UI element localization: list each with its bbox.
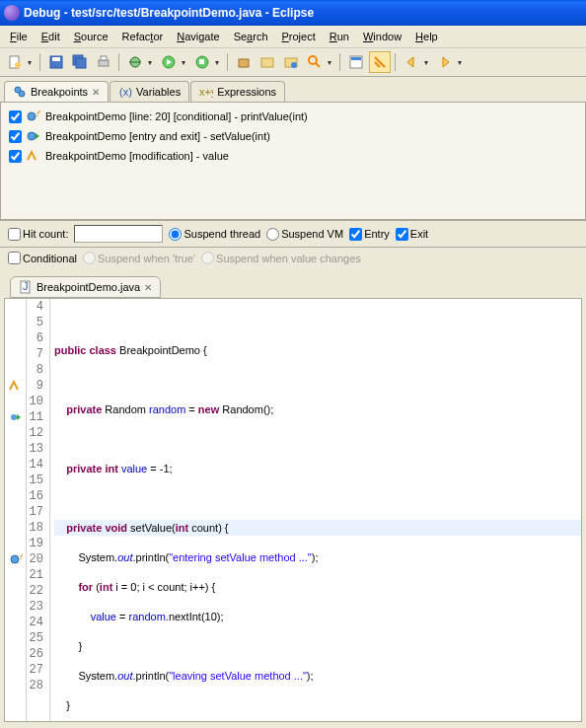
editor-tab-label: BreakpointDemo.java bbox=[37, 281, 140, 293]
method-breakpoint-icon bbox=[26, 128, 41, 144]
dropdown-icon[interactable]: ▾ bbox=[424, 58, 432, 67]
breakpoints-panel: ? BreakpointDemo [line: 20] [conditional… bbox=[0, 102, 586, 220]
editor[interactable]: ? 45678910111213141516171819202122232425… bbox=[4, 298, 582, 722]
suspend-vm-radio[interactable]: Suspend VM bbox=[266, 228, 343, 241]
menu-source[interactable]: Source bbox=[68, 29, 114, 44]
back-button[interactable] bbox=[401, 51, 422, 73]
menu-project[interactable]: Project bbox=[276, 29, 322, 44]
suspend-thread-radio[interactable]: Suspend thread bbox=[169, 228, 260, 241]
run-last-button[interactable] bbox=[191, 51, 213, 73]
dropdown-icon[interactable]: ▾ bbox=[328, 58, 335, 67]
menu-help[interactable]: Help bbox=[409, 29, 444, 44]
menu-run[interactable]: Run bbox=[324, 29, 355, 44]
menu-file[interactable]: File bbox=[4, 29, 34, 44]
svg-marker-31 bbox=[36, 133, 39, 139]
breakpoint-label: BreakpointDemo [entry and exit] - setVal… bbox=[45, 130, 270, 142]
editor-tab[interactable]: J BreakpointDemo.java ✕ bbox=[10, 276, 161, 298]
svg-rect-3 bbox=[52, 57, 60, 61]
exit-checkbox[interactable] bbox=[396, 228, 408, 241]
svg-rect-7 bbox=[101, 56, 107, 60]
menu-navigate[interactable]: Navigate bbox=[171, 29, 225, 44]
svg-rect-14 bbox=[239, 59, 249, 67]
dropdown-icon[interactable]: ▾ bbox=[182, 58, 189, 67]
tab-variables[interactable]: (x)= Variables bbox=[110, 81, 189, 102]
java-file-icon: J bbox=[19, 280, 33, 294]
breakpoint-row[interactable]: ? BreakpointDemo [line: 20] [conditional… bbox=[1, 107, 585, 126]
menubar: File Edit Source Refactor Navigate Searc… bbox=[0, 26, 586, 48]
hitcount-label[interactable]: Hit count: bbox=[8, 228, 68, 241]
open-task-button[interactable] bbox=[280, 51, 302, 73]
svg-text:?: ? bbox=[18, 553, 23, 561]
tab-label: Variables bbox=[136, 86, 181, 98]
open-type-button[interactable] bbox=[256, 51, 278, 73]
hitcount-input[interactable] bbox=[74, 225, 163, 243]
exit-checkbox-label[interactable]: Exit bbox=[396, 228, 428, 241]
line-breakpoint-marker[interactable]: ? bbox=[5, 551, 26, 567]
save-button[interactable] bbox=[45, 51, 67, 73]
tab-breakpoints[interactable]: Breakpoints ✕ bbox=[4, 81, 109, 102]
breakpoint-checkbox[interactable] bbox=[9, 150, 22, 163]
variables-icon: (x)= bbox=[118, 85, 132, 99]
dropdown-icon[interactable]: ▾ bbox=[148, 58, 156, 67]
svg-rect-13 bbox=[199, 59, 204, 64]
titlebar[interactable]: Debug - test/src/test/BreakpointDemo.jav… bbox=[0, 0, 586, 26]
svg-rect-5 bbox=[76, 58, 86, 68]
svg-point-1 bbox=[15, 62, 21, 68]
breakpoint-checkbox[interactable] bbox=[9, 110, 22, 123]
new-package-button[interactable] bbox=[233, 51, 255, 73]
tab-expressions[interactable]: x+y Expressions bbox=[190, 81, 285, 102]
svg-point-18 bbox=[309, 56, 317, 64]
gutter[interactable]: ? bbox=[5, 299, 27, 721]
run-button[interactable] bbox=[158, 51, 180, 73]
breakpoint-row[interactable]: BreakpointDemo [entry and exit] - setVal… bbox=[1, 126, 585, 146]
suspend-true-radio: Suspend when 'true' bbox=[83, 252, 195, 264]
tab-label: Breakpoints bbox=[31, 86, 88, 98]
svg-marker-23 bbox=[443, 57, 449, 67]
svg-marker-22 bbox=[407, 57, 413, 67]
watchpoint-marker[interactable] bbox=[5, 378, 26, 394]
breakpoint-checkbox[interactable] bbox=[9, 130, 22, 143]
breakpoint-controls: Hit count: Suspend thread Suspend VM Ent… bbox=[0, 220, 586, 247]
breakpoint-row[interactable]: BreakpointDemo [modification] - value bbox=[1, 146, 585, 166]
dropdown-icon[interactable]: ▾ bbox=[28, 58, 36, 67]
dropdown-icon[interactable]: ▾ bbox=[458, 58, 466, 67]
entry-checkbox-label[interactable]: Entry bbox=[349, 228, 390, 241]
breakpoint-label: BreakpointDemo [modification] - value bbox=[45, 150, 229, 162]
conditional-label[interactable]: Conditional bbox=[8, 252, 77, 264]
entry-checkbox[interactable] bbox=[349, 228, 362, 241]
line-breakpoint-icon: ? bbox=[26, 109, 41, 124]
print-button[interactable] bbox=[93, 51, 114, 73]
code-content[interactable]: public class BreakpointDemo { private Ra… bbox=[50, 299, 581, 721]
menu-search[interactable]: Search bbox=[228, 29, 274, 44]
forward-button[interactable] bbox=[434, 51, 456, 73]
menu-edit[interactable]: Edit bbox=[36, 29, 66, 44]
dropdown-icon[interactable]: ▾ bbox=[215, 58, 223, 67]
editor-tabs: J BreakpointDemo.java ✕ bbox=[0, 272, 586, 298]
hitcount-checkbox[interactable] bbox=[8, 228, 21, 241]
svg-text:?: ? bbox=[35, 110, 40, 118]
menu-window[interactable]: Window bbox=[357, 29, 407, 44]
suspend-change-radio: Suspend when value changes bbox=[201, 252, 361, 264]
method-breakpoint-marker[interactable] bbox=[5, 409, 26, 425]
new-button[interactable] bbox=[4, 51, 26, 73]
conditional-checkbox[interactable] bbox=[8, 252, 21, 264]
tab-label: Expressions bbox=[217, 86, 276, 98]
close-icon[interactable]: ✕ bbox=[144, 282, 152, 293]
toggle-mark-button[interactable] bbox=[369, 51, 391, 73]
svg-line-19 bbox=[316, 63, 320, 67]
svg-rect-21 bbox=[351, 57, 361, 60]
view-tabs: Breakpoints ✕ (x)= Variables x+y Express… bbox=[0, 77, 586, 102]
svg-point-25 bbox=[19, 91, 25, 97]
close-icon[interactable]: ✕ bbox=[92, 87, 100, 98]
search-button[interactable] bbox=[304, 51, 326, 73]
toggle-breadcrumb-button[interactable] bbox=[345, 51, 367, 73]
breakpoints-icon bbox=[13, 85, 27, 99]
window-title: Debug - test/src/test/BreakpointDemo.jav… bbox=[24, 6, 314, 20]
save-all-button[interactable] bbox=[69, 51, 91, 73]
svg-text:J: J bbox=[23, 280, 29, 292]
debug-button[interactable] bbox=[124, 51, 146, 73]
svg-point-17 bbox=[291, 62, 297, 68]
svg-text:(x)=: (x)= bbox=[119, 86, 132, 98]
menu-refactor[interactable]: Refactor bbox=[116, 29, 170, 44]
conditional-controls: Conditional Suspend when 'true' Suspend … bbox=[0, 247, 586, 268]
